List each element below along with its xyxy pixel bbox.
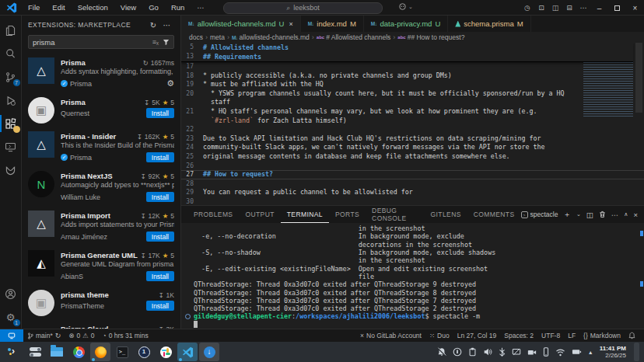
- timer-icon[interactable]: ◷: [520, 0, 534, 16]
- phone-icon[interactable]: [543, 347, 549, 357]
- more-actions-icon[interactable]: ⋯: [576, 0, 590, 16]
- more-actions-icon[interactable]: ⋯: [160, 21, 174, 30]
- command-center-search[interactable]: ⌕ leeksbot: [223, 2, 383, 14]
- chrome-button[interactable]: [68, 343, 89, 361]
- search-view-icon[interactable]: [0, 42, 22, 65]
- sticky-line[interactable]: 13## Requirements: [181, 52, 633, 61]
- clock-widget[interactable]: 11:41 PM 2/26/25: [600, 345, 626, 359]
- run-debug-icon[interactable]: [0, 89, 22, 112]
- editor-line[interactable]: 25original message contents in database …: [181, 152, 644, 162]
- menu-selection[interactable]: Selection: [72, 2, 114, 13]
- editor-line[interactable]: 24community-built Slack apps, we can't n…: [181, 143, 644, 152]
- eol-status[interactable]: LF: [564, 332, 579, 339]
- restore-button[interactable]: [608, 0, 626, 16]
- notifications-muted-icon[interactable]: [437, 347, 446, 357]
- battery-icon[interactable]: [572, 348, 582, 356]
- install-button[interactable]: Install: [146, 231, 174, 242]
- onepassword-button[interactable]: 1: [134, 343, 154, 361]
- menu-file[interactable]: File: [23, 2, 45, 13]
- close-tab-icon[interactable]: ×: [289, 20, 292, 28]
- firefox-button[interactable]: [90, 343, 110, 361]
- app-launcher-button[interactable]: ›: [3, 343, 23, 361]
- cursor-position-status[interactable]: Ln 27, Col 19: [453, 332, 501, 339]
- editor-scrollbar[interactable]: [633, 43, 644, 205]
- tab-data-privacy.md[interactable]: M↓data-privacy.mdU: [364, 16, 448, 32]
- vscode-button[interactable]: [177, 343, 198, 361]
- editor-line[interactable]: 28: [181, 179, 644, 189]
- editor-line[interactable]: 17: [181, 62, 644, 71]
- layout-icon[interactable]: ⊟: [562, 0, 576, 16]
- editor-line[interactable]: staff: [181, 98, 644, 107]
- editor[interactable]: 5# Allowlisted channels13## Requirements…: [181, 43, 644, 205]
- branch-status[interactable]: main*↻: [23, 332, 65, 339]
- slack-button[interactable]: [156, 343, 176, 361]
- display-muted-icon[interactable]: [512, 347, 521, 357]
- sticky-line[interactable]: 5# Allowlisted channels: [181, 43, 633, 52]
- remote-explorer-icon[interactable]: [0, 135, 22, 158]
- panel-tab-comments[interactable]: COMMENTS: [467, 206, 521, 223]
- panel-edge-widget[interactable]: [634, 343, 639, 361]
- volume-icon[interactable]: [483, 347, 492, 357]
- panel-tab-debug-console[interactable]: DEBUG CONSOLE: [366, 206, 424, 223]
- editor-line[interactable]: 30: [181, 197, 644, 205]
- menu-go[interactable]: Go: [143, 2, 164, 13]
- onepassword-tray-icon[interactable]: [453, 347, 462, 357]
- source-control-icon[interactable]: 7: [0, 65, 22, 89]
- tab-index.md[interactable]: M↓index.mdM: [301, 16, 364, 32]
- panel-more-icon[interactable]: ⋯: [611, 211, 619, 219]
- editor-line[interactable]: 20 * YSWS program channels usually count…: [181, 89, 644, 99]
- breadcrumb-item[interactable]: abc# Allowlisted channels: [317, 33, 391, 41]
- terminal[interactable]: in the screenshot -e, --no-decoration In…: [181, 223, 644, 329]
- kill-terminal-icon[interactable]: [599, 211, 606, 218]
- extension-row[interactable]: △Prisma - Insider↧162K★5This is the Insi…: [22, 127, 180, 167]
- time-tracker-status[interactable]: ◔0 hrs 31 mins: [99, 332, 152, 339]
- screencast-icon[interactable]: ⊡: [534, 0, 548, 16]
- extensions-icon[interactable]: [0, 112, 22, 135]
- sticky-scroll[interactable]: 5# Allowlisted channels13## Requirements: [181, 43, 633, 62]
- terminal-profile[interactable]: > spectacle: [521, 211, 558, 218]
- downloads-app-button[interactable]: ↓: [199, 343, 219, 361]
- remote-indicator[interactable]: [0, 329, 23, 342]
- accounts-icon[interactable]: [0, 282, 22, 305]
- manage-gear-icon[interactable]: ⚙1: [0, 305, 22, 329]
- gitlens-icon[interactable]: [0, 158, 22, 182]
- extension-row[interactable]: NPrisma NextJS↧92K★5Automagicly add type…: [22, 167, 180, 207]
- notifications-bell-icon[interactable]: [625, 332, 639, 339]
- explorer-icon[interactable]: [0, 19, 22, 42]
- split-terminal-icon[interactable]: ◫: [586, 211, 593, 219]
- close-button[interactable]: ×: [626, 0, 644, 16]
- system-settings-button[interactable]: [25, 343, 45, 361]
- split-editor-icon[interactable]: ◫: [548, 0, 562, 16]
- breadcrumb-item[interactable]: M↓allowlisted-channels.md: [232, 33, 310, 41]
- camera-icon[interactable]: [527, 348, 537, 357]
- breadcrumb-item[interactable]: abc## How to request?: [397, 33, 464, 41]
- extension-row[interactable]: ▣prisma theme↧1KPrismaThemeInstall: [22, 286, 180, 320]
- extension-row[interactable]: ◭Prisma Generate UML↧17K★5Generate UML D…: [22, 246, 180, 286]
- editor-line[interactable]: 23Due to Slack API limitation and Hack C…: [181, 134, 644, 144]
- editor-line[interactable]: 18* publicly accessible (a.k.a. no priva…: [181, 71, 644, 81]
- editor-line[interactable]: 26: [181, 162, 644, 171]
- indentation-status[interactable]: Spaces: 2: [500, 332, 537, 339]
- terminal-dropdown-icon[interactable]: ⌄: [576, 211, 581, 218]
- tab-schema.prisma[interactable]: schema.prismaM: [448, 16, 530, 32]
- panel-tab-gitlens[interactable]: GITLENS: [425, 206, 467, 223]
- install-button[interactable]: Install: [146, 108, 174, 118]
- panel-tab-ports[interactable]: PORTS: [329, 206, 366, 223]
- install-button[interactable]: Install: [146, 301, 174, 311]
- install-button[interactable]: Install: [146, 271, 174, 281]
- editor-line[interactable]: 29You can request a public channel to be…: [181, 188, 644, 197]
- refresh-icon[interactable]: ↻: [147, 21, 160, 30]
- new-terminal-icon[interactable]: ＋: [563, 210, 571, 220]
- editor-line[interactable]: 21 * HQ staff's personal channels may va…: [181, 107, 644, 117]
- copilot-menu[interactable]: ⌄: [398, 2, 413, 11]
- tab-allowlisted-channels.md[interactable]: M↓allowlisted-channels.mdU×: [181, 16, 301, 32]
- close-panel-icon[interactable]: ×: [633, 211, 638, 219]
- konsole-button[interactable]: >_: [112, 343, 132, 361]
- extension-gear-icon[interactable]: ⚙: [166, 78, 174, 89]
- minimize-button[interactable]: –: [590, 0, 608, 16]
- extension-row[interactable]: △Prisma↻1657msAdds syntax highlighting, …: [22, 54, 180, 93]
- breadcrumb-item[interactable]: meta: [210, 33, 225, 41]
- extension-row[interactable]: ▣Prisma↧5K★5QuernestInstall: [22, 93, 180, 127]
- clipboard-icon[interactable]: [468, 347, 477, 357]
- menu-run[interactable]: Run: [166, 2, 190, 13]
